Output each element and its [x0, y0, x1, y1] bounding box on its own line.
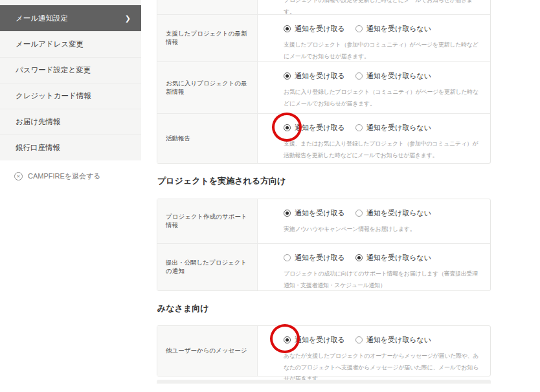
row-label-cell — [157, 0, 258, 14]
withdraw-link[interactable]: ✕ CAMPFIREを退会する — [0, 171, 141, 181]
table-row-user-messages: 他ユーザーからのメッセージ 通知を受け取る 通知を受け取らない あなたが支援した… — [157, 326, 490, 376]
radio-unselected-icon — [355, 124, 363, 131]
radio-option-label: 通知を受け取らない — [366, 71, 431, 81]
row-label-cell: 提出・公開したプロジェクトの通知 — [157, 244, 258, 290]
everyone-notifications-table: 他ユーザーからのメッセージ 通知を受け取る 通知を受け取らない あなたが支援した… — [157, 325, 491, 376]
sidebar-item-label: クレジットカード情報 — [16, 91, 91, 101]
sidebar-item-partial — [0, 0, 141, 5]
notification-settings-panel: プロジェクトの情報や設定を更新した時などにメールでお知らせが届きます。 支援した… — [157, 0, 491, 392]
radio-option-label: 通知を受け取らない — [366, 335, 431, 345]
row-label-cell: お気に入りプロジェクトの最新情報 — [157, 62, 258, 113]
radio-selected-icon — [284, 72, 291, 80]
sidebar-item-label: お届け先情報 — [16, 117, 61, 127]
row-label: 他ユーザーからのメッセージ — [166, 347, 247, 355]
radio-unselected-icon — [355, 336, 363, 343]
radio-option-label: 通知を受け取らない — [366, 24, 431, 34]
sidebar-item-label: メール通知設定 — [16, 14, 68, 23]
radio-selected-icon — [284, 336, 291, 343]
notification-choice-group: 通知を受け取る 通知を受け取らない — [284, 208, 482, 218]
sidebar-item-credit-card[interactable]: クレジットカード情報 — [0, 83, 141, 109]
settings-sidebar: メール通知設定 ❯ メールアドレス変更 パスワード設定と変更 クレジットカード情… — [0, 0, 141, 181]
section-title-everyone: みなさま向け — [157, 303, 209, 314]
table-row-backed-projects: 支援したプロジェクトの最新情報 通知を受け取る 通知を受け取らない 支援したプロ… — [157, 14, 490, 61]
row-label: 提出・公開したプロジェクトの通知 — [166, 259, 251, 276]
row-content-cell: 通知を受け取る 通知を受け取らない あなたが支援したプロジェクトのオーナーからメ… — [258, 326, 490, 376]
radio-option-receive[interactable]: 通知を受け取る — [284, 71, 345, 81]
radio-option-receive[interactable]: 通知を受け取る — [284, 24, 345, 34]
radio-option-label: 通知を受け取る — [295, 24, 345, 34]
supporter-notifications-table: プロジェクトの情報や設定を更新した時などにメールでお知らせが届きます。 支援した… — [157, 0, 491, 164]
row-content-cell: 通知を受け取る 通知を受け取らない お気に入り登録したプロジェクト（コミュニティ… — [258, 62, 490, 113]
radio-option-label: 通知を受け取る — [295, 253, 345, 263]
radio-option-label: 通知を受け取る — [295, 208, 345, 218]
radio-selected-icon — [284, 25, 291, 32]
radio-option-not-receive[interactable]: 通知を受け取らない — [355, 24, 431, 34]
row-content-cell: 通知を受け取る 通知を受け取らない 支援したプロジェクト（参加中のコミュニティ）… — [258, 15, 490, 61]
sidebar-item-email-change[interactable]: メールアドレス変更 — [0, 31, 141, 57]
table-row-cutoff: プロジェクトの情報や設定を更新した時などにメールでお知らせが届きます。 — [157, 0, 490, 14]
row-label-cell: プロジェクト作成のサポート情報 — [157, 199, 258, 243]
row-description: お気に入り登録したプロジェクト（コミュニティ）がページを更新した時などにメールで… — [284, 87, 482, 109]
radio-option-not-receive[interactable]: 通知を受け取らない — [355, 71, 431, 81]
radio-option-label: 通知を受け取る — [295, 123, 345, 133]
table-row-activity-reports: 活動報告 通知を受け取る 通知を受け取らない 支援、またはお気に入り登録したプロ… — [157, 113, 490, 163]
row-label: 支援したプロジェクトの最新情報 — [166, 30, 251, 47]
table-row-project-support-info: プロジェクト作成のサポート情報 通知を受け取る 通知を受け取らない 実施ノウハウ… — [157, 199, 490, 243]
radio-option-label: 通知を受け取らない — [366, 208, 431, 218]
notification-choice-group: 通知を受け取る 通知を受け取らない — [284, 24, 482, 34]
row-content-cell: 通知を受け取る 通知を受け取らない プロジェクトの成功に向けてのサポート情報をお… — [258, 244, 490, 290]
notification-choice-group: 通知を受け取る 通知を受け取らない — [284, 335, 482, 345]
row-content-cell: 通知を受け取る 通知を受け取らない 実施ノウハウやキャンペーン情報をお届けします… — [258, 199, 490, 243]
radio-selected-icon — [284, 124, 291, 131]
radio-option-not-receive[interactable]: 通知を受け取らない — [355, 253, 431, 263]
withdraw-label: CAMPFIREを退会する — [28, 171, 101, 181]
table-row-favorite-projects: お気に入りプロジェクトの最新情報 通知を受け取る 通知を受け取らない お気に入り… — [157, 61, 490, 113]
circled-x-icon: ✕ — [14, 172, 23, 180]
row-description: 実施ノウハウやキャンペーン情報をお届けします。 — [284, 224, 482, 235]
radio-option-label: 通知を受け取る — [295, 71, 345, 81]
notification-choice-group: 通知を受け取る 通知を受け取らない — [284, 71, 482, 81]
table-row-submitted-project-notice: 提出・公開したプロジェクトの通知 通知を受け取る 通知を受け取らない プロジェク… — [157, 243, 490, 290]
next-section-edge — [157, 380, 491, 384]
radio-option-receive[interactable]: 通知を受け取る — [284, 123, 345, 133]
row-description: プロジェクトの情報や設定を更新した時などにメールでお知らせが届きます。 — [284, 0, 482, 14]
row-description: プロジェクトの成功に向けてのサポート情報をお届けします（審査提出受理通知・支援者… — [284, 268, 482, 291]
row-description: 支援、またはお気に入り登録したプロジェクト（参加中のコミュニティ）が活動報告を更… — [284, 138, 482, 161]
row-label-cell: 支援したプロジェクトの最新情報 — [157, 15, 258, 61]
notification-choice-group: 通知を受け取る 通知を受け取らない — [284, 253, 482, 263]
sidebar-item-shipping-address[interactable]: お届け先情報 — [0, 109, 141, 135]
radio-unselected-icon — [355, 25, 363, 32]
radio-unselected-icon — [355, 72, 363, 80]
sidebar-item-label: 銀行口座情報 — [16, 143, 60, 153]
radio-unselected-icon — [284, 254, 291, 261]
sidebar-item-mail-notification[interactable]: メール通知設定 ❯ — [0, 5, 141, 31]
radio-unselected-icon — [355, 210, 363, 217]
notification-choice-group: 通知を受け取る 通知を受け取らない — [284, 123, 482, 133]
row-label-cell: 他ユーザーからのメッセージ — [157, 326, 258, 376]
sidebar-item-label: メールアドレス変更 — [16, 39, 84, 49]
row-content-cell: プロジェクトの情報や設定を更新した時などにメールでお知らせが届きます。 — [258, 0, 490, 14]
radio-option-receive[interactable]: 通知を受け取る — [284, 335, 345, 345]
radio-selected-icon — [355, 254, 363, 261]
chevron-right-icon: ❯ — [125, 14, 131, 23]
radio-option-label: 通知を受け取らない — [366, 123, 431, 133]
row-description: 支援したプロジェクト（参加中のコミュニティ）がページを更新した時などにメールでお… — [284, 39, 482, 62]
radio-option-not-receive[interactable]: 通知を受け取らない — [355, 123, 431, 133]
row-label-cell: 活動報告 — [157, 114, 258, 163]
radio-option-not-receive[interactable]: 通知を受け取らない — [355, 208, 431, 218]
sidebar-item-password[interactable]: パスワード設定と変更 — [0, 57, 141, 83]
row-content-cell: 通知を受け取る 通知を受け取らない 支援、またはお気に入り登録したプロジェクト（… — [258, 114, 490, 163]
radio-selected-icon — [284, 210, 291, 217]
row-label: プロジェクト作成のサポート情報 — [166, 213, 251, 230]
owner-notifications-table: プロジェクト作成のサポート情報 通知を受け取る 通知を受け取らない 実施ノウハウ… — [157, 199, 491, 291]
sidebar-item-bank-account[interactable]: 銀行口座情報 — [0, 135, 141, 160]
radio-option-receive[interactable]: 通知を受け取る — [284, 208, 345, 218]
row-label: お気に入りプロジェクトの最新情報 — [166, 80, 251, 96]
radio-option-not-receive[interactable]: 通知を受け取らない — [355, 335, 431, 345]
section-title-project-owners: プロジェクトを実施される方向け — [157, 175, 286, 187]
row-label: 活動報告 — [166, 135, 190, 143]
radio-option-receive[interactable]: 通知を受け取る — [284, 253, 345, 263]
radio-option-label: 通知を受け取る — [295, 335, 345, 345]
radio-option-label: 通知を受け取らない — [366, 253, 431, 263]
sidebar-item-label: パスワード設定と変更 — [16, 65, 91, 75]
